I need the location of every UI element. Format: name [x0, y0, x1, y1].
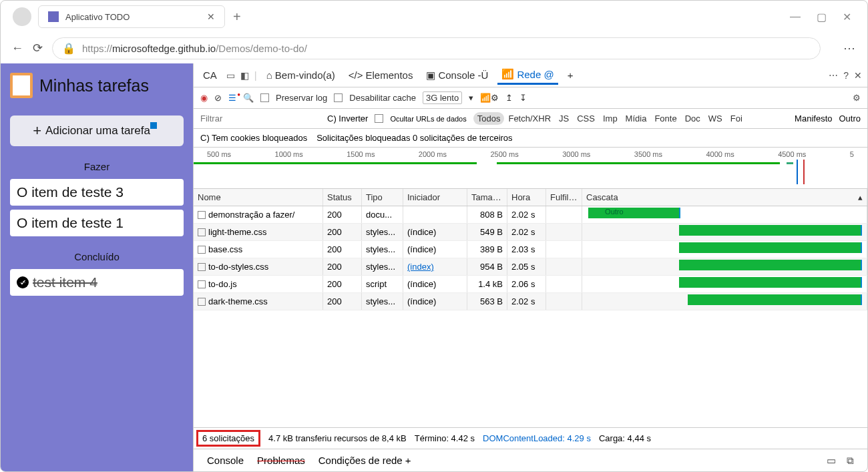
dcl-label: DOMContentLoaded: 4.29 s — [483, 433, 591, 443]
profile-avatar[interactable] — [13, 7, 31, 26]
filter-input[interactable] — [200, 113, 320, 124]
network-toolbar: ◉ ⊘ ☰ 🔍 Preservar log Desabilitar cache … — [194, 87, 867, 109]
filter-type-css[interactable]: CSS — [573, 112, 599, 125]
new-tab-button[interactable]: + — [233, 9, 241, 25]
filter-type-foi[interactable]: Foi — [726, 112, 746, 125]
file-icon — [198, 211, 206, 219]
transferred-label: 4.7 kB transferiu recursos de 8,4 kB — [268, 433, 407, 443]
network-row[interactable]: to-do.js200script(índice)1.4 kB2.06 s — [194, 276, 867, 293]
network-row[interactable]: dark-theme.css200styles...(índice)563 B2… — [194, 293, 867, 310]
dock-side-icon[interactable]: ◧ — [240, 70, 249, 81]
col-status[interactable]: Status — [323, 189, 362, 206]
home-icon: ⌂ — [266, 69, 272, 81]
network-timeline[interactable]: 500 ms1000 ms1500 ms2000 ms2500 ms3000 m… — [194, 148, 867, 189]
disable-cache-label: Desabilitar cache — [349, 93, 416, 103]
section-done-label: Concluído — [10, 251, 184, 262]
network-row[interactable]: base.css200styles...(índice)389 B2.03 s — [194, 241, 867, 258]
tab-elements[interactable]: </>Elementos — [345, 67, 417, 83]
timeline-tick: 1000 ms — [275, 150, 303, 158]
col-time[interactable]: Hora — [507, 189, 546, 206]
col-waterfall[interactable]: Cascata▴ — [582, 189, 867, 206]
blocked-requests-filter[interactable]: Solicitações bloqueadas 0 solicitações d… — [316, 133, 512, 143]
tab-welcome[interactable]: ⌂Bem-vindo(a) — [262, 67, 339, 83]
clear-icon[interactable]: ⊘ — [214, 93, 222, 103]
col-initiator[interactable]: Iniciador — [403, 189, 467, 206]
device-toggle-icon[interactable]: ▭ — [226, 70, 235, 81]
timeline-tick: 3500 ms — [634, 150, 662, 158]
timeline-tick: 3000 ms — [562, 150, 590, 158]
task-item[interactable]: O item de teste 3 — [10, 179, 184, 206]
section-todo-label: Fazer — [10, 161, 184, 172]
col-name[interactable]: Nome — [194, 189, 323, 206]
preserve-log-checkbox[interactable] — [260, 93, 269, 102]
upload-icon[interactable]: ↥ — [505, 93, 513, 103]
file-icon — [198, 280, 206, 288]
filter-manifest[interactable]: Manifesto — [795, 113, 832, 124]
timeline-tick: 4500 ms — [778, 150, 806, 158]
requests-count-highlight: 6 solicitações — [196, 430, 260, 447]
col-fulfilled[interactable]: Fulfill... — [546, 189, 582, 206]
download-icon[interactable]: ↧ — [519, 93, 527, 103]
help-icon[interactable]: ? — [843, 70, 849, 81]
filter-type-ws[interactable]: WS — [704, 112, 726, 125]
console-icon: ▣ — [426, 69, 435, 81]
chevron-down-icon[interactable]: ▾ — [469, 93, 473, 103]
col-type[interactable]: Tipo — [362, 189, 403, 206]
network-status-bar: 6 solicitações 4.7 kB transferiu recurso… — [194, 427, 867, 449]
file-icon — [198, 228, 206, 236]
browser-tab[interactable]: Aplicativo TODO ✕ — [38, 5, 225, 28]
file-icon — [198, 246, 206, 254]
drawer-dock-icon[interactable]: ▭ — [827, 455, 836, 467]
filter-type-fetch/xhr[interactable]: Fetch/XHR — [504, 112, 555, 125]
throttle-select[interactable]: 3G lento — [423, 91, 462, 104]
search-icon[interactable]: 🔍 — [243, 93, 254, 103]
record-icon[interactable]: ◉ — [200, 93, 208, 103]
disable-cache-checkbox[interactable] — [334, 93, 343, 102]
initiator-link[interactable]: (index) — [407, 262, 434, 272]
gear-icon[interactable]: ⚙ — [853, 93, 861, 103]
drawer-network-conditions[interactable]: Condições de rede + — [318, 455, 411, 466]
url-text: https://microsoftedge.github.io/Demos/de… — [82, 43, 307, 54]
network-filter-row: C) Inverter Ocultar URLs de dados TodosF… — [194, 109, 867, 129]
network-row[interactable]: to-do-styles.css200styles...(index)954 B… — [194, 258, 867, 276]
filter-type-imp[interactable]: Imp — [599, 112, 622, 125]
tab-console[interactable]: ▣Console -Ü — [422, 67, 492, 84]
tab-network[interactable]: 📶Rede @ — [497, 65, 558, 85]
drawer-popout-icon[interactable]: ⧉ — [847, 455, 854, 467]
back-button[interactable]: ← — [11, 41, 23, 55]
task-item[interactable]: O item de teste 1 — [10, 210, 184, 236]
filter-type-js[interactable]: JS — [555, 112, 573, 125]
devtools-more-icon[interactable]: ⋯ — [829, 70, 838, 81]
add-task-button[interactable]: + Adicionar uma tarefa — [10, 115, 184, 146]
network-conditions-icon[interactable]: 📶⚙ — [480, 93, 499, 103]
app-logo-icon — [10, 73, 33, 98]
filter-type-todos[interactable]: Todos — [473, 112, 505, 125]
refresh-button[interactable]: ⟳ — [33, 41, 43, 55]
devtools-close-icon[interactable]: ✕ — [854, 70, 862, 81]
close-icon[interactable]: ✕ — [207, 11, 215, 22]
hide-data-checkbox[interactable] — [375, 114, 383, 123]
minimize-icon[interactable]: — — [790, 11, 801, 23]
drawer-console[interactable]: Console — [207, 455, 244, 466]
url-field[interactable]: 🔒 https://microsoftedge.github.io/Demos/… — [52, 37, 821, 59]
filter-other[interactable]: Outro — [839, 113, 861, 124]
filter-type-fonte[interactable]: Fonte — [650, 112, 680, 125]
col-size[interactable]: Tamanho — [467, 189, 507, 206]
maximize-icon[interactable]: ▢ — [817, 11, 827, 23]
network-row[interactable]: light-theme.css200styles...(índice)549 B… — [194, 224, 867, 241]
task-item-done[interactable]: test item 4 — [10, 269, 184, 296]
network-row[interactable]: demonstração a fazer/200docu...808 B2.02… — [194, 206, 867, 224]
browser-more-icon[interactable]: ⋯ — [843, 41, 857, 55]
timeline-tick: 5 — [850, 150, 854, 158]
filter-type-doc[interactable]: Doc — [681, 112, 704, 125]
invert-label[interactable]: C) Inverter — [327, 113, 368, 124]
blocked-cookies-filter[interactable]: C) Tem cookies bloqueados — [200, 133, 307, 143]
filter-icon[interactable]: ☰ — [228, 93, 236, 103]
drawer-problems[interactable]: Problemas — [257, 455, 305, 466]
window-close-icon[interactable]: ✕ — [843, 11, 851, 23]
tab-add[interactable]: + — [564, 67, 578, 83]
network-grid-header[interactable]: Nome Status Tipo Iniciador Tamanho Hora … — [194, 189, 867, 206]
filter-type-mídia[interactable]: Mídia — [622, 112, 651, 125]
tab-title: Aplicativo TODO — [65, 12, 200, 22]
inspect-toggle[interactable]: CA — [199, 67, 221, 83]
